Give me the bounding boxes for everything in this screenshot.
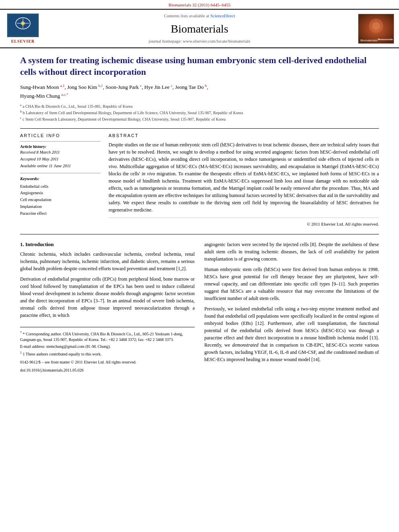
article-body-cols: Article info Article history: Received 8… <box>20 128 379 228</box>
keyword-5: Paracrine effect <box>20 210 101 217</box>
science-direct-link[interactable]: ScienceDirect <box>210 13 235 18</box>
keyword-1: Endothelial cells <box>20 183 101 190</box>
keyword-4: Implantation <box>20 203 101 210</box>
authors-line: Sung-Hwan Moon a,1, Jong Soo Kim b,1, So… <box>20 83 379 101</box>
main-content: A system for treating ischemic disease u… <box>0 48 399 380</box>
body-left-col: 1. Introduction Chronic ischemia, which … <box>20 241 195 374</box>
affiliations: a a CHA Bio & Diostech Co., Ltd., Seoul … <box>20 103 379 123</box>
intro-para-2: Derivation of endothelial progenitor cel… <box>20 275 195 319</box>
svg-point-7 <box>372 22 380 30</box>
journal-title-main: Biomaterials <box>41 21 358 37</box>
copyright-line: © 2011 Elsevier Ltd. All rights reserved… <box>109 218 379 227</box>
footnotes-section: * * Corresponding author. CHA University… <box>20 327 195 374</box>
journal-homepage: journal homepage: www.elsevier.com/locat… <box>41 38 358 44</box>
affiliation-a: a a CHA Bio & Diostech Co., Ltd., Seoul … <box>20 103 379 109</box>
keyword-3: Cell encapsulation <box>20 197 101 203</box>
article-info-section-label: Article info <box>20 133 101 139</box>
affiliation-b: b b Laboratory of Stem Cell and Developm… <box>20 109 379 116</box>
footnote-equal: 1 1 These authors contributed equally to… <box>20 351 195 357</box>
footnote-corresponding: * * Corresponding author. CHA University… <box>20 331 195 343</box>
keywords-block: Keywords: Endothelial cells Angiogenesis… <box>20 173 101 217</box>
right-para-3: Previously, we isolated endothelial cell… <box>204 305 379 363</box>
intro-para-1: Chronic ischemia, which includes cardiov… <box>20 251 195 272</box>
footnote-doi: doi:10.1016/j.biomaterials.2011.05.026 <box>20 368 195 373</box>
body-content: 1. Introduction Chronic ischemia, which … <box>20 241 379 374</box>
keyword-2: Angiogenesis <box>20 190 101 197</box>
right-para-2: Human embryonic stem cells (hESCs) were … <box>204 266 379 302</box>
section-divider <box>20 234 379 234</box>
abstract-text: Despite studies on the use of human embr… <box>109 141 379 214</box>
journal-header: ELSEVIER Contents lists available at Sci… <box>0 9 399 48</box>
footnote-email: E-mail address: stemchung@gmail.com (H.-… <box>20 344 195 349</box>
footnote-issn: 0142-9612/$ – see front matter © 2011 El… <box>20 359 195 365</box>
article-history-block: Article history: Received 8 March 2011 A… <box>20 141 101 169</box>
svg-text:Biomaterials: Biomaterials <box>360 39 378 42</box>
abstract-section-label: Abstract <box>109 133 379 139</box>
body-right-col: angiogenic factors were secreted by the … <box>204 241 379 374</box>
right-para-1: angiogenic factors were secreted by the … <box>204 241 379 263</box>
elsevier-logo: ELSEVIER <box>5 13 41 44</box>
intro-heading: 1. Introduction <box>20 241 195 248</box>
abstract-col: Abstract Despite studies on the use of h… <box>109 133 379 228</box>
journal-center-header: Contents lists available at ScienceDirec… <box>41 13 358 44</box>
left-info-col: Article info Article history: Received 8… <box>20 133 101 228</box>
affiliation-c: c c Stem Cell Research Laboratory, Depar… <box>20 116 379 122</box>
journal-logo-right: Biomaterials <box>358 14 394 44</box>
article-title: A system for treating ischemic disease u… <box>20 55 379 78</box>
top-banner: Biomaterials 32 (2011) 6445–6455 <box>0 0 399 9</box>
